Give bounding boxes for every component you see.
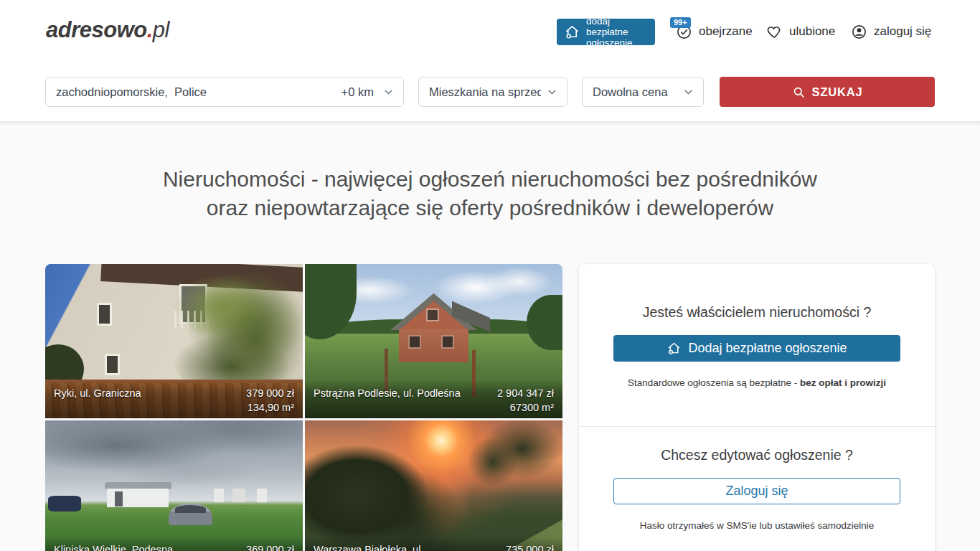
owner-heading: Jesteś właścicielem nieruchomości ?: [579, 264, 935, 321]
logo-main: adresowo: [46, 17, 147, 42]
logo-dot: .: [147, 17, 153, 42]
sidebar-login-button[interactable]: Zaloguj się: [613, 478, 900, 504]
photo-trees: [457, 420, 562, 498]
nav-login[interactable]: zaloguj się: [851, 22, 931, 41]
page: adresowo.pl dodaj bezpłatne ogłoszenie 9…: [0, 0, 980, 551]
listing-card-1[interactable]: Ryki, ul. Graniczna 379 000 zł 134,90 m²: [45, 264, 303, 418]
listing-card-4[interactable]: Warszawa Białołęka, ul. 735 000 zł: [305, 420, 562, 551]
nav-viewed[interactable]: 99+ obejrzane: [676, 22, 753, 41]
location-input[interactable]: [56, 85, 341, 99]
listing-grid: Ryki, ul. Graniczna 379 000 zł 134,90 m²: [45, 264, 562, 551]
listing-price: 2 904 347 zł: [497, 386, 554, 400]
photo-window: [441, 335, 454, 349]
chevron-down-icon: [546, 86, 558, 98]
add-listing-button[interactable]: dodaj bezpłatne ogłoszenie: [557, 19, 655, 45]
nav-favorites-label: ulubione: [789, 24, 835, 39]
listing-label: Pstrążna Podlesie, ul. Podleśna 2 904 34…: [305, 380, 562, 418]
nav-viewed-label: obejrzane: [699, 24, 753, 39]
listing-area: 67300 m²: [497, 400, 554, 415]
edit-note: Hasło otrzymałeś w SMS'ie lub ustawiłeś …: [579, 519, 935, 532]
photo-window: [97, 303, 113, 326]
listing-label: Kliniska Wielkie, Podesna 369 000 zł: [45, 537, 303, 551]
logo-suffix: pl: [153, 17, 169, 42]
photo-houses: [207, 489, 290, 502]
listing-label: Ryki, ul. Graniczna 379 000 zł 134,90 m²: [45, 380, 303, 418]
page-title: Nieruchomości - najwięcej ogłoszeń nieru…: [0, 165, 980, 222]
owner-note: Standardowe ogłoszenia są bezpłatne - be…: [579, 377, 935, 390]
photo-cloud: [434, 267, 552, 304]
sidebar-login-label: Zaloguj się: [725, 484, 788, 499]
sidebar-panel: Jesteś właścicielem nieruchomości ? Doda…: [579, 264, 935, 551]
price-select[interactable]: Dowolna cena: [582, 77, 704, 107]
radius-value[interactable]: +0 km: [341, 85, 374, 99]
search-icon: [792, 85, 806, 99]
photo-shed-door: [115, 491, 123, 507]
photo-window: [426, 309, 439, 321]
listing-location: Kliniska Wielkie, Podesna: [54, 542, 237, 551]
category-value: Mieszkania na sprzedaż: [429, 85, 541, 99]
photo-window: [408, 335, 421, 349]
listing-location: Ryki, ul. Graniczna: [54, 386, 237, 415]
listing-location: Warszawa Białołęka, ul.: [314, 542, 497, 551]
nav-favorites[interactable]: ulubione: [766, 22, 835, 41]
edit-heading: Chcesz edytować ogłoszenie ?: [579, 427, 935, 464]
check-circle-icon: 99+: [676, 24, 692, 40]
listing-photo-sunset: [305, 420, 562, 551]
chevron-down-icon[interactable]: [382, 86, 395, 98]
viewed-count-badge: 99+: [670, 17, 691, 28]
photo-car-window: [175, 505, 206, 513]
sidebar-add-listing-label: Dodaj bezpłatne ogłoszenie: [688, 341, 847, 356]
location-field[interactable]: +0 km: [45, 77, 404, 107]
listing-card-2[interactable]: Pstrążna Podlesie, ul. Podleśna 2 904 34…: [305, 264, 562, 418]
listing-card-3[interactable]: Kliniska Wielkie, Podesna 369 000 zł: [45, 420, 303, 551]
search-button-label: SZUKAJ: [812, 85, 863, 99]
listing-label: Warszawa Białołęka, ul. 735 000 zł: [305, 537, 562, 551]
category-select[interactable]: Mieszkania na sprzedaż: [418, 77, 567, 107]
listing-price: 369 000 zł: [246, 542, 294, 551]
listing-location: Pstrążna Podlesie, ul. Podleśna: [314, 386, 489, 415]
owner-note-bold: bez opłat i prowizji: [800, 377, 886, 388]
listing-price: 379 000 zł: [246, 386, 294, 400]
listing-price: 735 000 zł: [506, 542, 554, 551]
sidebar-add-listing-button[interactable]: Dodaj bezpłatne ogłoszenie: [613, 335, 900, 362]
nav-login-label: zaloguj się: [874, 24, 931, 39]
listing-photo-lawn: [45, 420, 303, 551]
photo-trampoline: [48, 496, 82, 512]
photo-window: [105, 354, 121, 375]
chevron-down-icon: [682, 86, 694, 98]
heart-icon: [766, 24, 783, 40]
house-plus-icon: [564, 24, 580, 40]
price-value: Dowolna cena: [593, 85, 668, 99]
search-button[interactable]: SZUKAJ: [720, 77, 935, 107]
listing-area: 134,90 m²: [246, 400, 294, 415]
logo[interactable]: adresowo.pl: [46, 17, 169, 43]
house-plus-icon: [666, 341, 682, 356]
add-listing-label: dodaj bezpłatne ogłoszenie: [586, 16, 648, 48]
user-circle-icon: [851, 24, 867, 40]
